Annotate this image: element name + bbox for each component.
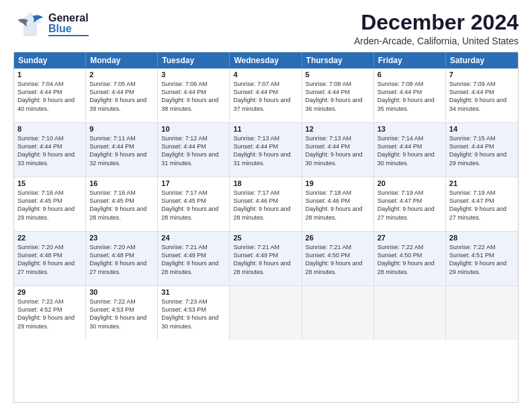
logo-icon	[13, 11, 47, 38]
header-day-friday: Friday	[374, 52, 446, 68]
header-day-monday: Monday	[86, 52, 158, 68]
calendar-body: 1Sunrise: 7:04 AMSunset: 4:44 PMDaylight…	[14, 68, 518, 340]
cell-info: Sunrise: 7:08 AMSunset: 4:44 PMDaylight:…	[378, 80, 442, 113]
title-area: December 2024 Arden-Arcade, California, …	[354, 11, 519, 46]
calendar-row-1: 1Sunrise: 7:04 AMSunset: 4:44 PMDaylight…	[14, 68, 518, 123]
calendar-cell-10: 10Sunrise: 7:12 AMSunset: 4:44 PMDayligh…	[158, 123, 230, 177]
calendar-cell-1: 1Sunrise: 7:04 AMSunset: 4:44 PMDaylight…	[14, 68, 86, 122]
day-number: 25	[233, 234, 298, 242]
header-day-sunday: Sunday	[14, 52, 86, 68]
calendar-cell-4: 4Sunrise: 7:07 AMSunset: 4:44 PMDaylight…	[230, 68, 302, 122]
calendar-cell-30: 30Sunrise: 7:22 AMSunset: 4:53 PMDayligh…	[86, 286, 158, 340]
cell-info: Sunrise: 7:17 AMSunset: 4:45 PMDaylight:…	[161, 189, 226, 222]
calendar-cell-9: 9Sunrise: 7:11 AMSunset: 4:44 PMDaylight…	[86, 123, 158, 177]
calendar-cell-11: 11Sunrise: 7:13 AMSunset: 4:44 PMDayligh…	[230, 123, 302, 177]
day-number: 12	[306, 125, 370, 133]
calendar-cell-8: 8Sunrise: 7:10 AMSunset: 4:44 PMDaylight…	[14, 123, 86, 177]
cell-info: Sunrise: 7:04 AMSunset: 4:44 PMDaylight:…	[17, 80, 82, 113]
calendar-cell-12: 12Sunrise: 7:13 AMSunset: 4:44 PMDayligh…	[302, 123, 374, 177]
day-number: 29	[17, 288, 82, 296]
day-number: 10	[161, 125, 226, 133]
calendar-cell-empty	[230, 286, 302, 340]
cell-info: Sunrise: 7:19 AMSunset: 4:47 PMDaylight:…	[449, 189, 515, 222]
cell-info: Sunrise: 7:22 AMSunset: 4:51 PMDaylight:…	[449, 243, 515, 276]
calendar-cell-7: 7Sunrise: 7:09 AMSunset: 4:44 PMDaylight…	[446, 68, 518, 122]
header-day-saturday: Saturday	[446, 52, 518, 68]
calendar-cell-25: 25Sunrise: 7:21 AMSunset: 4:49 PMDayligh…	[230, 232, 302, 285]
day-number: 20	[378, 179, 442, 187]
day-number: 24	[161, 234, 226, 242]
subtitle: Arden-Arcade, California, United States	[354, 36, 519, 46]
calendar-cell-6: 6Sunrise: 7:08 AMSunset: 4:44 PMDaylight…	[374, 68, 446, 122]
cell-info: Sunrise: 7:21 AMSunset: 4:50 PMDaylight:…	[306, 243, 370, 276]
calendar-cell-empty	[374, 286, 446, 340]
page: General Blue December 2024 Arden-Arcade,…	[0, 0, 532, 411]
day-number: 18	[233, 179, 298, 187]
cell-info: Sunrise: 7:21 AMSunset: 4:49 PMDaylight:…	[161, 243, 226, 276]
cell-info: Sunrise: 7:09 AMSunset: 4:44 PMDaylight:…	[449, 80, 515, 113]
cell-info: Sunrise: 7:21 AMSunset: 4:49 PMDaylight:…	[233, 243, 298, 276]
calendar-cell-empty	[302, 286, 374, 340]
day-number: 28	[449, 234, 515, 242]
day-number: 1	[17, 71, 82, 79]
cell-info: Sunrise: 7:17 AMSunset: 4:46 PMDaylight:…	[233, 189, 298, 222]
calendar: SundayMondayTuesdayWednesdayThursdayFrid…	[13, 52, 519, 403]
cell-info: Sunrise: 7:06 AMSunset: 4:44 PMDaylight:…	[161, 80, 226, 113]
calendar-header: SundayMondayTuesdayWednesdayThursdayFrid…	[14, 52, 518, 68]
calendar-cell-22: 22Sunrise: 7:20 AMSunset: 4:48 PMDayligh…	[14, 232, 86, 285]
calendar-row-2: 8Sunrise: 7:10 AMSunset: 4:44 PMDaylight…	[14, 123, 518, 177]
main-title: December 2024	[354, 11, 519, 34]
header-day-thursday: Thursday	[302, 52, 374, 68]
day-number: 19	[306, 179, 370, 187]
calendar-cell-3: 3Sunrise: 7:06 AMSunset: 4:44 PMDaylight…	[158, 68, 230, 122]
day-number: 27	[378, 234, 442, 242]
cell-info: Sunrise: 7:13 AMSunset: 4:44 PMDaylight:…	[306, 134, 370, 167]
header-day-wednesday: Wednesday	[230, 52, 302, 68]
day-number: 31	[161, 288, 226, 296]
cell-info: Sunrise: 7:15 AMSunset: 4:44 PMDaylight:…	[449, 134, 515, 167]
cell-info: Sunrise: 7:13 AMSunset: 4:44 PMDaylight:…	[233, 134, 298, 167]
calendar-cell-18: 18Sunrise: 7:17 AMSunset: 4:46 PMDayligh…	[230, 177, 302, 231]
day-number: 9	[89, 125, 154, 133]
day-number: 15	[17, 179, 82, 187]
cell-info: Sunrise: 7:10 AMSunset: 4:44 PMDaylight:…	[17, 134, 82, 167]
calendar-cell-23: 23Sunrise: 7:20 AMSunset: 4:48 PMDayligh…	[86, 232, 158, 285]
calendar-cell-16: 16Sunrise: 7:16 AMSunset: 4:45 PMDayligh…	[86, 177, 158, 231]
calendar-row-4: 22Sunrise: 7:20 AMSunset: 4:48 PMDayligh…	[14, 232, 518, 286]
day-number: 13	[378, 125, 442, 133]
cell-info: Sunrise: 7:22 AMSunset: 4:52 PMDaylight:…	[17, 298, 82, 330]
calendar-cell-17: 17Sunrise: 7:17 AMSunset: 4:45 PMDayligh…	[158, 177, 230, 231]
logo-underline	[48, 35, 89, 36]
calendar-row-3: 15Sunrise: 7:16 AMSunset: 4:45 PMDayligh…	[14, 177, 518, 232]
header-day-tuesday: Tuesday	[158, 52, 230, 68]
cell-info: Sunrise: 7:12 AMSunset: 4:44 PMDaylight:…	[161, 134, 226, 167]
calendar-cell-29: 29Sunrise: 7:22 AMSunset: 4:52 PMDayligh…	[14, 286, 86, 340]
calendar-cell-empty	[446, 286, 518, 340]
cell-info: Sunrise: 7:11 AMSunset: 4:44 PMDaylight:…	[89, 134, 154, 167]
cell-info: Sunrise: 7:22 AMSunset: 4:50 PMDaylight:…	[378, 243, 442, 276]
day-number: 6	[378, 71, 442, 79]
cell-info: Sunrise: 7:20 AMSunset: 4:48 PMDaylight:…	[89, 243, 154, 276]
calendar-cell-28: 28Sunrise: 7:22 AMSunset: 4:51 PMDayligh…	[446, 232, 518, 285]
header: General Blue December 2024 Arden-Arcade,…	[13, 11, 519, 46]
calendar-cell-31: 31Sunrise: 7:23 AMSunset: 4:53 PMDayligh…	[158, 286, 230, 340]
calendar-cell-20: 20Sunrise: 7:19 AMSunset: 4:47 PMDayligh…	[374, 177, 446, 231]
calendar-cell-26: 26Sunrise: 7:21 AMSunset: 4:50 PMDayligh…	[302, 232, 374, 285]
day-number: 23	[89, 234, 154, 242]
day-number: 11	[233, 125, 298, 133]
calendar-cell-5: 5Sunrise: 7:08 AMSunset: 4:44 PMDaylight…	[302, 68, 374, 122]
cell-info: Sunrise: 7:16 AMSunset: 4:45 PMDaylight:…	[89, 189, 154, 222]
cell-info: Sunrise: 7:20 AMSunset: 4:48 PMDaylight:…	[17, 243, 82, 276]
cell-info: Sunrise: 7:07 AMSunset: 4:44 PMDaylight:…	[233, 80, 298, 113]
calendar-cell-15: 15Sunrise: 7:16 AMSunset: 4:45 PMDayligh…	[14, 177, 86, 231]
cell-info: Sunrise: 7:14 AMSunset: 4:44 PMDaylight:…	[378, 134, 442, 167]
cell-info: Sunrise: 7:05 AMSunset: 4:44 PMDaylight:…	[89, 80, 154, 113]
day-number: 26	[306, 234, 370, 242]
day-number: 30	[89, 288, 154, 296]
cell-info: Sunrise: 7:19 AMSunset: 4:47 PMDaylight:…	[378, 189, 442, 222]
logo: General Blue	[13, 11, 89, 38]
calendar-cell-27: 27Sunrise: 7:22 AMSunset: 4:50 PMDayligh…	[374, 232, 446, 285]
cell-info: Sunrise: 7:08 AMSunset: 4:44 PMDaylight:…	[306, 80, 370, 113]
day-number: 14	[449, 125, 515, 133]
day-number: 7	[449, 71, 515, 79]
